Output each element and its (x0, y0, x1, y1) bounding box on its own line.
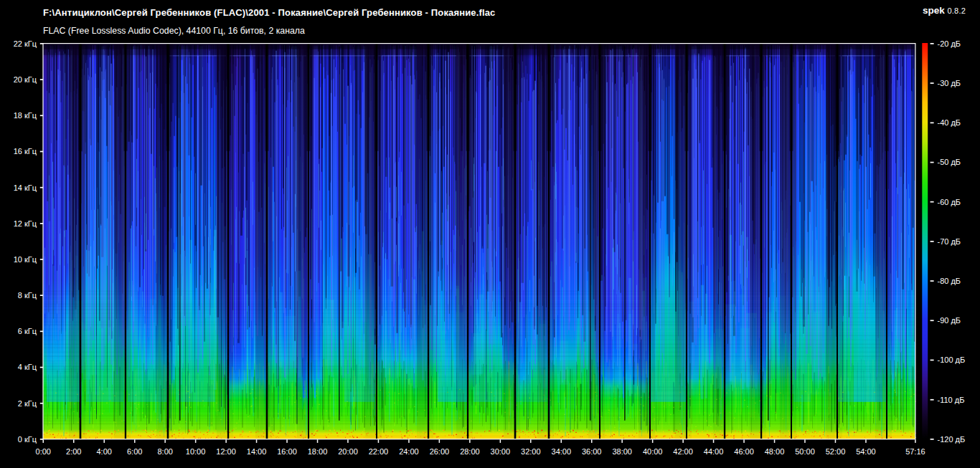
svg-text:18:00: 18:00 (308, 447, 328, 456)
svg-text:30:00: 30:00 (491, 447, 511, 456)
svg-text:12:00: 12:00 (216, 447, 236, 456)
svg-text:52:00: 52:00 (826, 447, 846, 456)
svg-text:20 кГц: 20 кГц (14, 75, 37, 84)
svg-text:4 кГц: 4 кГц (18, 363, 37, 371)
svg-text:26:00: 26:00 (430, 447, 450, 456)
svg-text:16:00: 16:00 (277, 447, 297, 456)
svg-text:-60 дБ: -60 дБ (938, 198, 961, 206)
svg-text:32:00: 32:00 (521, 447, 541, 456)
svg-text:2 кГц: 2 кГц (18, 399, 37, 408)
svg-text:50:00: 50:00 (795, 447, 815, 456)
svg-text:14 кГц: 14 кГц (14, 183, 37, 192)
svg-text:10:00: 10:00 (186, 447, 206, 456)
svg-text:34:00: 34:00 (552, 447, 572, 456)
svg-text:-80 дБ: -80 дБ (938, 277, 961, 285)
svg-text:22:00: 22:00 (369, 447, 389, 456)
svg-text:6:00: 6:00 (127, 447, 142, 456)
svg-text:14:00: 14:00 (247, 447, 267, 456)
svg-text:44:00: 44:00 (704, 447, 724, 456)
svg-text:48:00: 48:00 (765, 447, 785, 456)
svg-text:28:00: 28:00 (460, 447, 480, 456)
svg-text:-110 дБ: -110 дБ (938, 396, 965, 404)
svg-text:54:00: 54:00 (856, 447, 876, 456)
svg-text:-50 дБ: -50 дБ (938, 158, 961, 166)
svg-text:-120 дБ: -120 дБ (938, 435, 966, 444)
svg-text:24:00: 24:00 (399, 447, 419, 456)
svg-text:40:00: 40:00 (643, 447, 663, 456)
svg-text:20:00: 20:00 (338, 447, 358, 456)
svg-text:8:00: 8:00 (157, 447, 172, 456)
svg-text:57:16: 57:16 (905, 447, 925, 456)
svg-text:18 кГц: 18 кГц (14, 111, 37, 120)
svg-text:-20 дБ: -20 дБ (938, 39, 961, 48)
svg-text:2:00: 2:00 (66, 447, 81, 456)
svg-text:6 кГц: 6 кГц (18, 327, 37, 335)
svg-text:4:00: 4:00 (96, 447, 111, 456)
svg-text:8 кГц: 8 кГц (18, 291, 37, 300)
svg-text:36:00: 36:00 (582, 447, 602, 456)
svg-text:22 кГц: 22 кГц (14, 39, 37, 48)
svg-text:12 кГц: 12 кГц (14, 219, 37, 228)
svg-text:-40 дБ: -40 дБ (938, 118, 961, 127)
svg-text:10 кГц: 10 кГц (14, 255, 37, 264)
svg-text:-30 дБ: -30 дБ (938, 79, 961, 87)
svg-text:16 кГц: 16 кГц (14, 147, 37, 156)
svg-text:-70 дБ: -70 дБ (938, 237, 961, 246)
svg-text:-90 дБ: -90 дБ (938, 316, 961, 325)
svg-text:0:00: 0:00 (36, 447, 51, 456)
svg-text:38:00: 38:00 (612, 447, 632, 456)
svg-text:46:00: 46:00 (734, 447, 754, 456)
svg-text:42:00: 42:00 (673, 447, 693, 456)
svg-text:-100 дБ: -100 дБ (938, 355, 966, 364)
svg-text:0 кГц: 0 кГц (18, 435, 37, 444)
